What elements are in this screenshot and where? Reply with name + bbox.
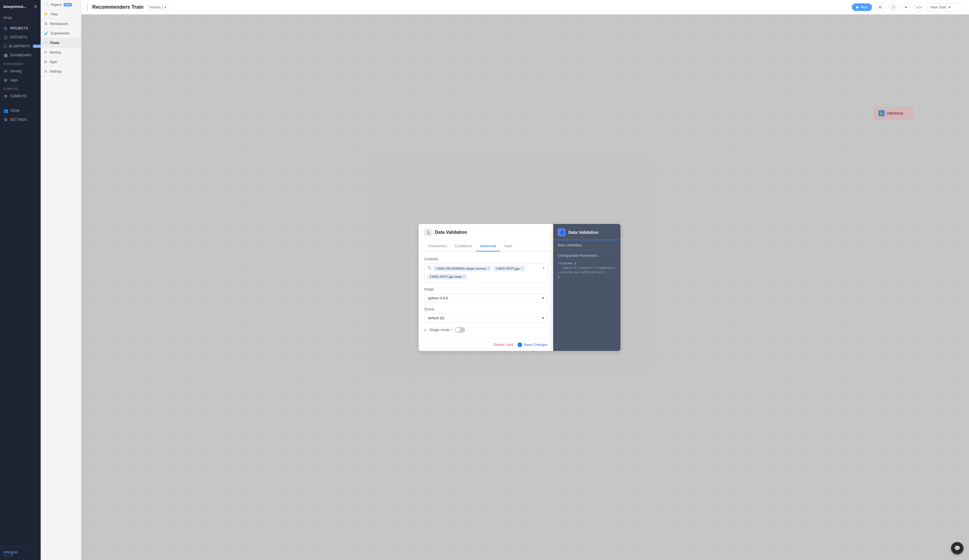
compute-field-group: Compute 🔍 1 AWS-ON-DEMAND.xlarge-memory … (424, 257, 548, 283)
right-panel-subtitle: Data Validation (553, 240, 621, 250)
dataset-icon: ◫ (3, 35, 8, 40)
sidebar-item-label: Apps (10, 78, 18, 82)
sidebar-item-team[interactable]: 👥 TEAM (0, 106, 41, 115)
task-chevron-icon: ▾ (949, 5, 951, 9)
sub-sidebar-item-papers[interactable]: 📄 Papers NEW (41, 0, 81, 10)
dashboard-icon: ▦ (3, 53, 8, 57)
grid-icon: ⊞ (3, 26, 8, 30)
code-button[interactable]: </> (914, 3, 924, 12)
sidebar-item-datasets[interactable]: ◫ DATASETS (0, 33, 41, 42)
apps2-icon: ⊞ (44, 60, 47, 64)
compute-icon: ⚙ (3, 94, 8, 98)
flows-icon: 〰 (44, 41, 48, 45)
canvas-area: 🐍 Inference 🐍 Data Validation Parameters (81, 15, 969, 560)
magic-icon: ✦ (904, 5, 907, 10)
run-button[interactable]: ▶ Run (852, 3, 872, 11)
blueprint-icon: ⬡ (3, 44, 7, 48)
sub-sidebar-item-files[interactable]: 📁 Files (41, 10, 81, 19)
task-select[interactable]: New Task ▾ (927, 3, 963, 11)
image-chevron-icon: ▾ (542, 296, 544, 300)
save-changes-button[interactable]: ✓ Save Changes (518, 342, 548, 347)
right-panel-title: Data Validation (568, 230, 599, 234)
search-icon: 🔍 (427, 266, 431, 270)
compute-tag-3[interactable]: 3 AWS-SPOT.gpu-large × (427, 274, 467, 279)
compute-tag-remove-2[interactable]: × (521, 266, 523, 271)
delete-card-button[interactable]: Delete Card (493, 342, 513, 347)
sidebar-item-label: PROJECTS (10, 27, 28, 30)
sidebar-item-serving[interactable]: ⇄ Serving (0, 67, 41, 76)
serving-icon: ⇄ (3, 69, 8, 73)
modal-container: 🐍 Data Validation Parameters Conditions … (419, 224, 632, 351)
containers-section-label: CONTAINERS (0, 60, 41, 67)
sidebar-item-label: BLUEPRINTS (9, 44, 30, 48)
sidebar-item-apps[interactable]: ⊞ Apps (0, 76, 41, 85)
queue-select[interactable]: default (0) ▾ (424, 313, 548, 322)
sub-sidebar-item-settings[interactable]: ⚙ Settings (41, 67, 81, 76)
sidebar-item-label: DATASETS (10, 35, 27, 39)
clock-button[interactable]: 🕐 (888, 3, 898, 12)
sidebar-item-blueprints[interactable]: ⬡ BLUEPRINTS BETA (0, 42, 41, 51)
clock-icon: 🕐 (891, 5, 896, 10)
modal-footer: Delete Card ✓ Save Changes (419, 338, 553, 351)
sidebar-footer: cnvrg.io v4.7.43 (0, 547, 41, 560)
image-field-group: Image python:3.8.6 ▾ (424, 287, 548, 303)
compute-tag-remove-3[interactable]: × (463, 275, 465, 279)
sub-sidebar-item-label: Workspaces (50, 22, 68, 26)
team-icon: 👥 (3, 108, 8, 113)
sub-sidebar-item-workspaces[interactable]: 🖥 Workspaces (41, 19, 81, 28)
sub-sidebar-item-flows[interactable]: 〰 Flows (41, 38, 81, 48)
toggle-knob (456, 327, 460, 332)
sub-sidebar-item-label: Flows (50, 41, 60, 45)
sidebar-item-compute[interactable]: ⚙ COMPUTE (0, 91, 41, 101)
sub-sidebar-item-label: Apps (49, 60, 57, 64)
queue-field-group: Queue default (0) ▾ (424, 307, 548, 322)
code-line-1: filename { (558, 261, 616, 266)
sidebar-item-dashboard[interactable]: ▦ DASHBOARD (0, 51, 41, 60)
play-icon: ▶ (856, 5, 859, 9)
copy-icon: ⧉ (879, 5, 881, 10)
version-selector[interactable]: Version 1 ▾ (147, 5, 169, 10)
settings-icon: ⚙ (3, 118, 8, 122)
experiments-icon: 🧪 (44, 31, 48, 35)
compute-tag-1[interactable]: 1 AWS-ON-DEMAND.xlarge-memory × (433, 266, 491, 271)
workspaces-icon: 🖥 (44, 22, 48, 26)
single-mode-toggle[interactable] (455, 327, 465, 333)
tab-conditions[interactable]: Conditions (451, 241, 476, 251)
sidebar-close-button[interactable]: ✕ (34, 4, 37, 9)
image-select[interactable]: python:3.8.6 ▾ (424, 294, 548, 303)
code-line-3: } (558, 275, 616, 280)
compute-section-label: COMPUTE (0, 85, 41, 91)
tab-parameters[interactable]: Parameters (424, 241, 451, 251)
sidebar-item-label: DASHBOARD (10, 53, 32, 57)
sidebar-nav: ⊞ PROJECTS ◫ DATASETS ⬡ BLUEPRINTS BETA … (0, 22, 41, 547)
compute-tag-remove-1[interactable]: × (487, 266, 489, 271)
modal-header: 🐍 Data Validation (419, 224, 553, 241)
compute-tag-label: 1 AWS-ON-DEMAND.xlarge-memory (435, 267, 486, 270)
tab-advanced[interactable]: Advanced (476, 241, 500, 251)
sidebar-item-label: Serving (10, 69, 22, 73)
sidebar-user: tanay. (0, 13, 41, 22)
code-icon: </> (916, 5, 922, 10)
right-panel-config-label: Configurable Parameters: (553, 250, 621, 259)
beta-badge: BETA (33, 45, 41, 48)
copy-button[interactable]: ⧉ (875, 3, 885, 12)
sub-sidebar-item-experiments[interactable]: 🧪 Experiments (41, 28, 81, 38)
sidebar-item-settings[interactable]: ⚙ SETTINGS (0, 115, 41, 124)
compute-label: Compute (424, 257, 548, 261)
sub-sidebar-item-serving[interactable]: ⇄ Serving (41, 48, 81, 57)
sidebar-item-projects[interactable]: ⊞ PROJECTS (0, 24, 41, 33)
code-line-2: "input/s3_connector/recommenders_worksho… (558, 266, 616, 275)
tab-yaml[interactable]: Yaml (500, 241, 516, 251)
compute-dropdown-arrow: ▾ (543, 266, 544, 270)
modal-title: Data Validation (435, 230, 467, 235)
compute-select[interactable]: 🔍 1 AWS-ON-DEMAND.xlarge-memory × 2 AWS-… (424, 263, 548, 283)
image-label: Image (424, 287, 548, 291)
sub-sidebar-item-label: Experiments (51, 32, 70, 35)
apps-icon: ⊞ (3, 78, 8, 82)
right-panel-icon: 🔵 (558, 228, 566, 236)
magic-button[interactable]: ✦ (901, 3, 911, 12)
compute-tag-2[interactable]: 2 AWS-SPOT.gpu × (493, 266, 525, 271)
main-content: Recommenders Train Version 1 ▾ ▶ Run ⧉ 🕐… (81, 0, 969, 560)
sub-sidebar-item-apps[interactable]: ⊞ Apps (41, 57, 81, 67)
files-icon: 📁 (44, 12, 48, 16)
